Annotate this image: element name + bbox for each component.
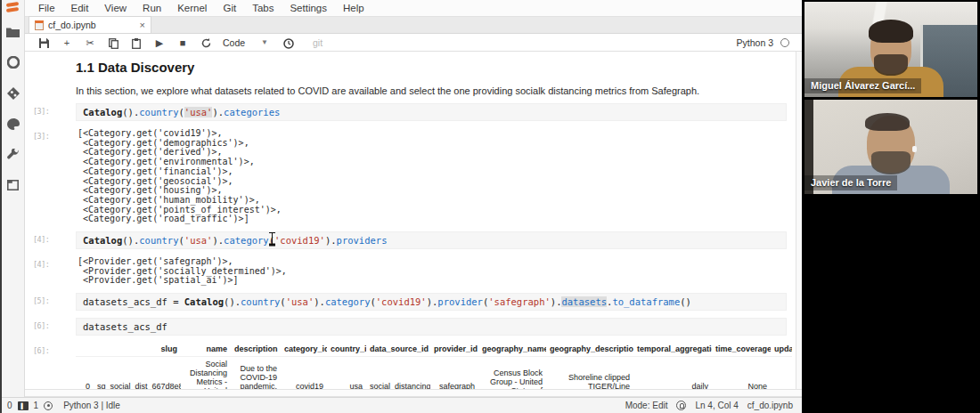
tab-cf-do-ipynb[interactable]: cf_do.ipynb × [29,16,151,33]
terminal-count: 0 [7,401,12,410]
close-icon[interactable]: × [140,20,145,30]
cell-output: [<Provider.get('safegraph')>, <Provider.… [76,256,796,286]
statusbar-filename: cf_do.ipynb [747,401,793,410]
table-cell: safegraph [430,357,478,389]
paste-cells-button[interactable] [125,35,148,51]
vertical-scrollbar[interactable] [796,52,802,389]
table-cell: daily [633,357,712,389]
code-editor[interactable]: Catalog().country('usa').category('covid… [76,231,787,249]
terminal-icon[interactable]: ▌ [18,401,29,410]
copy-cells-button[interactable] [102,35,125,51]
horizontal-scrollbar[interactable] [25,389,802,397]
table-cell: Census Block Group - United States of Am… [478,357,546,389]
activity-sidebar [2,0,25,397]
table-header: geography_name [478,343,546,357]
table-header: provider_id [430,343,478,357]
menu-item-git[interactable]: Git [215,3,244,13]
kernel-status-text[interactable]: Python 3 | Idle [63,401,120,410]
menu-item-settings[interactable]: Settings [282,3,335,13]
output-cell: [6]:slugnamedescriptioncategory_idcountr… [25,343,796,389]
table-cell: 0 [76,357,94,389]
video-tile-miguel[interactable]: Miguel Álvarez Garcí... [804,2,977,97]
cell-output: [<Category.get('covid19')>, <Category.ge… [76,128,796,224]
section-heading: 1.1 Data Discovery [76,60,796,75]
menu-item-tabs[interactable]: Tabs [244,3,282,13]
table-cell: sg_social_dist_667d8e8e [94,357,181,389]
wrench-icon[interactable] [7,149,20,161]
jupyterlab-logo-icon [6,3,20,14]
code-editor[interactable]: datasets_acs_df = Catalog().country('usa… [76,293,787,311]
bell-icon[interactable] [676,401,686,410]
code-cell: [4]:Catalog().country('usa').category('c… [25,231,796,249]
code-editor[interactable]: datasets_acs_df [76,318,787,336]
notebook-toolbar: + ✂ ▶ ■ Code ▼ git Python 3 [25,34,802,52]
folder-icon[interactable] [6,27,20,37]
restart-kernel-button[interactable] [194,35,217,51]
cells: [3]:Catalog().country('usa').categories[… [25,103,796,389]
table-cell: covid19 [281,357,327,389]
table-header: data_source_id [366,343,430,357]
menu-item-kernel[interactable]: Kernel [169,3,215,13]
table-header: update_frequenc [771,343,792,357]
dock-tab-bar: cf_do.ipynb × [25,17,802,34]
interrupt-kernel-button[interactable]: ■ [171,35,194,51]
table-cell: Due to the COVID-19 pandemic, people are… [231,357,281,389]
menu-item-view[interactable]: View [96,3,135,13]
video-tile-javier[interactable]: Javier de la Torre [804,100,977,194]
line-col-indicator[interactable]: Ln 4, Col 4 [695,401,738,410]
earbud-icon [912,146,917,152]
cell-prompt: [4]: [25,231,76,244]
kernel-sessions-icon[interactable] [44,401,53,410]
dataframe-output: slugnamedescriptioncategory_idcountry_id… [76,343,792,389]
output-cell: [4]:[<Provider.get('safegraph')>, <Provi… [25,256,796,286]
cell-prompt: [3]: [25,103,76,116]
kernel-count: 1 [34,401,39,410]
table-header: country_id [327,343,366,357]
table-header: name [181,343,231,357]
tab-title: cf_do.ipynb [48,20,135,30]
run-cell-button[interactable]: ▶ [148,35,171,51]
table-cell: social_distancing [366,357,430,389]
editor-mode[interactable]: Mode: Edit [625,401,668,410]
participant-name-label: Javier de la Torre [804,175,897,190]
cell-type-dropdown[interactable]: Code ▼ [223,37,268,48]
running-sessions-icon[interactable] [7,56,20,69]
table-header: temporal_aggregation [633,343,712,357]
menu-item-run[interactable]: Run [135,3,169,13]
save-button[interactable] [32,35,55,51]
table-cell: Social Distancing Metrics - United State… [181,357,231,389]
table-row: 0sg_social_dist_667d8e8eSocial Distancin… [76,357,792,389]
palette-icon[interactable] [7,118,20,130]
cut-cells-button[interactable]: ✂ [78,35,102,51]
menu-item-file[interactable]: File [30,3,63,13]
cell-prompt: [6]: [25,343,76,355]
code-cell: [5]:datasets_acs_df = Catalog().country(… [25,293,796,311]
jupyterlab-window: FileEditViewRunKernelGitTabsSettingsHelp… [0,0,802,413]
section-intro: In this section, we explore what dataset… [76,85,796,96]
table-cell: Shoreline clipped TIGER/Line boundaries.… [546,357,633,389]
open-tabs-icon[interactable] [7,180,19,190]
add-cell-button[interactable]: + [55,35,78,51]
git-icon[interactable] [7,87,20,100]
cell-type-value: Code [223,37,245,48]
code-cell: [6]:datasets_acs_df [25,318,796,336]
notebook-content: 1.1 Data Discovery In this section, we e… [25,52,796,389]
table-cell: None [712,357,771,389]
kernel-name-label[interactable]: Python 3 [737,37,773,48]
code-cell: [3]:Catalog().country('usa').categories [25,103,796,121]
circle-icon[interactable] [277,35,300,51]
output-cell: [3]:[<Category.get('covid19')>, <Categor… [25,128,796,224]
menu-bar: FileEditViewRunKernelGitTabsSettingsHelp [25,0,802,17]
menu-item-help[interactable]: Help [335,3,372,13]
code-editor[interactable]: Catalog().country('usa').categories [76,103,787,121]
cell-prompt: [5]: [25,293,76,305]
table-header: time_coverage [712,343,771,357]
cell-prompt: [6]: [25,318,76,330]
table-header [76,343,94,357]
table-header: geography_description [546,343,633,357]
table-cell: usa [327,357,366,389]
git-toolbar-label[interactable]: git [313,37,323,48]
table-header: slug [94,343,181,357]
cell-prompt: [3]: [25,128,76,141]
menu-item-edit[interactable]: Edit [63,3,97,13]
